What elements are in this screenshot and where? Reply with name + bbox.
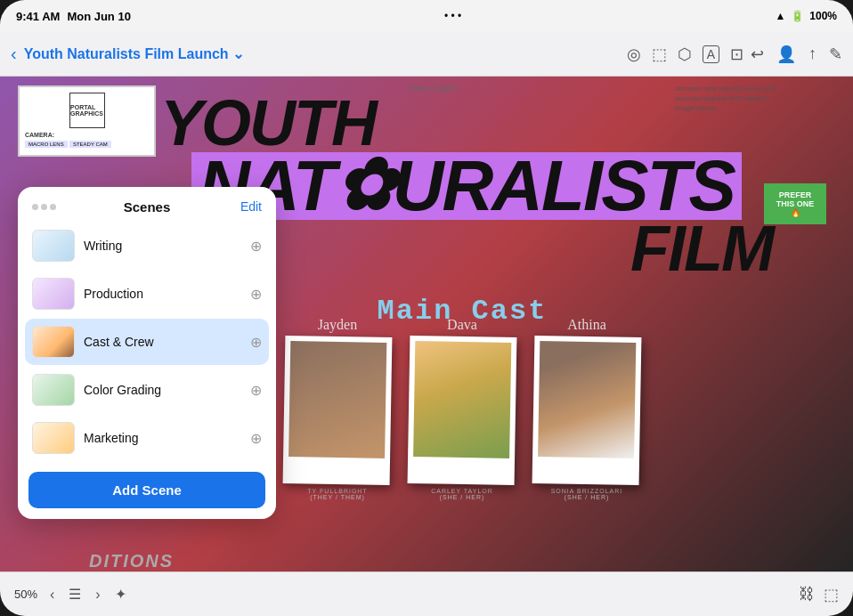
bottom-bar: 50% ‹ ☰ › ✦ ⛓ ⬚ <box>0 571 853 616</box>
bottom-text: DITIONS <box>89 551 174 571</box>
title-chevron: ⌄ <box>232 45 244 62</box>
scene-thumb-marketing <box>32 422 75 454</box>
document-title-text: Youth Naturalists Film Launch <box>24 46 229 62</box>
cast-label-1: TY FULLBRIGHT(THEY / THEM) <box>284 488 391 500</box>
scene-name-marketing: Marketing <box>84 431 241 445</box>
cast-photo-img-2 <box>413 341 511 458</box>
battery-level: 100% <box>809 10 837 22</box>
panel-dots <box>32 204 56 210</box>
card-camera-label: CAMERA: <box>25 132 149 138</box>
zoom-level[interactable]: 50% <box>14 588 37 601</box>
scene-item-writing[interactable]: Writing ⊕ <box>25 223 269 269</box>
scene-more-writing[interactable]: ⊕ <box>250 238 262 255</box>
view-icon[interactable]: ⬚ <box>824 585 839 604</box>
dot-2 <box>41 204 47 210</box>
cast-label-2: CARLEY TAYLOR(SHE / HER) <box>409 488 516 500</box>
scenes-list: Writing ⊕ Production ⊕ Cast & Crew ⊕ Col… <box>18 223 276 461</box>
wifi-icon: ▲ <box>775 10 785 22</box>
document-title[interactable]: Youth Naturalists Film Launch ⌄ <box>24 45 244 62</box>
top-card: PORTALGRAPHICS CAMERA: MACRO LENS STEADY… <box>18 85 156 157</box>
toolbar-right: ↩ 👤 ↑ ✎ <box>751 45 842 64</box>
scene-name-production: Production <box>84 287 241 301</box>
card-steady: STEADY CAM <box>69 141 111 148</box>
undo-icon[interactable]: ↩ <box>751 45 764 64</box>
card-lens: MACRO LENS <box>25 141 68 148</box>
scene-more-production[interactable]: ⊕ <box>250 286 262 303</box>
scenes-panel: Scenes Edit Writing ⊕ Production ⊕ Cast … <box>18 187 276 519</box>
ipad-frame: 9:41 AM Mon Jun 10 • • • ▲ 🔋 100% ‹ Yout… <box>0 0 853 616</box>
scene-more-cast[interactable]: ⊕ <box>250 334 262 351</box>
link-icon[interactable]: ⛓ <box>799 585 815 604</box>
cast-photo-3 <box>532 336 642 485</box>
tool-icon-5[interactable]: ⊡ <box>730 45 743 64</box>
back-button[interactable]: ‹ <box>11 44 17 64</box>
edit-icon[interactable]: ✎ <box>829 45 842 64</box>
tool-icon-3[interactable]: ⬡ <box>678 45 692 64</box>
toolbar-center: ◎ ⬚ ⬡ A ⊡ <box>627 45 743 64</box>
scene-more-marketing[interactable]: ⊕ <box>250 430 262 447</box>
scene-item-production[interactable]: Production ⊕ <box>25 271 269 317</box>
cast-photo-img-1 <box>288 341 386 458</box>
status-time: 9:41 AM <box>16 10 60 23</box>
name-tag: Aileen Zeigen <box>409 84 458 93</box>
cast-photo-2 <box>408 336 517 485</box>
cast-member-3: Athina SONIA BRIZZOLARI(SHE / HER) <box>533 336 640 500</box>
sticky-note: PREFER THIS ONE 🔥 <box>764 183 826 224</box>
discover-text: discover new natural reams and succeed b… <box>675 84 782 114</box>
scene-thumb-production <box>32 278 75 310</box>
nav-prev-button[interactable]: ‹ <box>45 584 60 604</box>
battery-icon: 🔋 <box>791 10 804 22</box>
cast-label-3: SONIA BRIZZOLARI(SHE / HER) <box>533 488 640 500</box>
scene-item-color[interactable]: Color Grading ⊕ <box>25 367 269 413</box>
add-scene-button[interactable]: Add Scene <box>28 472 265 508</box>
status-right: ▲ 🔋 100% <box>775 10 837 22</box>
top-toolbar: ‹ Youth Naturalists Film Launch ⌄ ◎ ⬚ ⬡ … <box>0 32 853 77</box>
cast-sig-1: Jayden <box>284 317 391 333</box>
scene-thumb-writing <box>32 230 75 262</box>
scenes-panel-title: Scenes <box>124 199 171 215</box>
tool-icon-2[interactable]: ⬚ <box>652 45 667 64</box>
cast-photo-1 <box>283 336 393 485</box>
scene-name-cast: Cast & Crew <box>84 335 241 349</box>
scene-name-writing: Writing <box>84 239 241 253</box>
scene-name-color: Color Grading <box>84 383 241 397</box>
scene-item-marketing[interactable]: Marketing ⊕ <box>25 415 269 461</box>
cast-sig-2: Dava <box>409 317 516 333</box>
card-logo: PORTALGRAPHICS <box>69 93 105 128</box>
dot-3 <box>50 204 56 210</box>
cast-photo-img-3 <box>538 341 636 458</box>
scenes-header: Scenes Edit <box>18 187 276 223</box>
status-center: • • • <box>444 10 461 22</box>
share-icon[interactable]: ↑ <box>808 45 816 63</box>
scene-more-color[interactable]: ⊕ <box>250 382 262 399</box>
tool-icon-4[interactable]: A <box>703 45 719 63</box>
cast-sig-3: Athina <box>533 317 640 333</box>
status-date: Mon Jun 10 <box>67 10 131 23</box>
toolbar-left: ‹ Youth Naturalists Film Launch ⌄ <box>11 44 620 64</box>
cast-member-2: Dava CARLEY TAYLOR(SHE / HER) <box>409 336 516 500</box>
nav-next-button[interactable]: › <box>90 584 105 604</box>
status-left: 9:41 AM Mon Jun 10 <box>16 10 131 23</box>
nav-list-button[interactable]: ☰ <box>63 584 86 604</box>
scenes-edit-button[interactable]: Edit <box>240 199 262 214</box>
scene-thumb-color <box>32 374 75 406</box>
bottom-right: ⛓ ⬚ <box>799 585 839 604</box>
scene-item-cast[interactable]: Cast & Crew ⊕ <box>25 319 269 365</box>
status-bar: 9:41 AM Mon Jun 10 • • • ▲ 🔋 100% <box>0 0 853 32</box>
bottom-left: 50% ‹ ☰ › ✦ <box>14 584 132 604</box>
cast-member-1: Jayden TY FULLBRIGHT(THEY / THEM) <box>284 336 391 500</box>
scene-thumb-cast <box>32 326 75 358</box>
nav-star-button[interactable]: ✦ <box>110 584 132 604</box>
nav-buttons: ‹ ☰ › ✦ <box>45 584 132 604</box>
dot-1 <box>32 204 38 210</box>
tool-icon-1[interactable]: ◎ <box>627 45 641 64</box>
user-icon[interactable]: 👤 <box>776 45 796 64</box>
